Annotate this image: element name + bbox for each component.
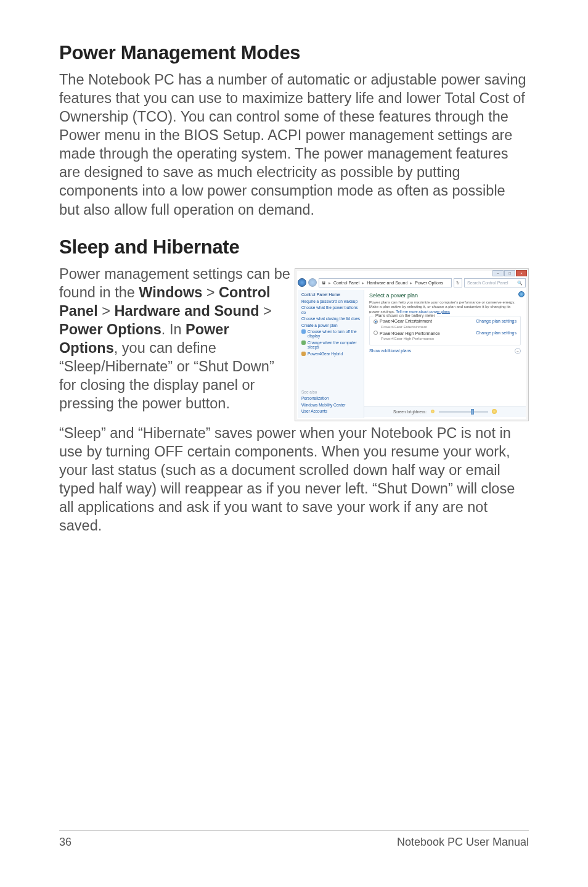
show-additional-plans-link[interactable]: Show additional plans — [369, 349, 411, 353]
paragraph-sleep-hibernate-desc: “Sleep” and “Hibernate” saves power when… — [59, 424, 529, 535]
page-number: 36 — [59, 836, 71, 849]
close-button[interactable]: × — [516, 270, 527, 276]
change-plan-2-link[interactable]: Change plan settings — [476, 331, 517, 335]
breadcrumb-seg-3[interactable]: Power Options — [415, 281, 443, 285]
plan-2-label: Power4Gear High Performance — [380, 331, 440, 336]
search-icon: 🔍 — [517, 279, 523, 287]
breadcrumb[interactable]: 🖥 ▸ Control Panel ▸ Hardware and Sound ▸… — [319, 278, 452, 287]
sidebar-link-turn-off-display[interactable]: Choose when to turn off the display — [308, 329, 361, 339]
sidebar-link-computer-sleeps[interactable]: Change when the computer sleeps — [308, 340, 361, 350]
sidebar-link-power4gear[interactable]: Power4Gear Hybrid — [308, 352, 343, 356]
minimize-button[interactable]: – — [492, 270, 504, 276]
fieldset-legend: Plans shown on the battery meter — [374, 313, 437, 318]
heading-power-management: Power Management Modes — [59, 42, 529, 64]
window-controls: – □ × — [492, 270, 527, 276]
heading-sleep-hibernate: Sleep and Hibernate — [59, 236, 529, 258]
sidebar: Control Panel Home Require a password on… — [298, 290, 364, 418]
paragraph-intro: The Notebook PC has a number of automati… — [59, 70, 529, 219]
brightness-bar: Screen brightness: — [364, 406, 526, 417]
search-placeholder: Search Control Panel — [467, 279, 508, 287]
power-options-screenshot: – □ × 🖥 ▸ Control Panel ▸ Hardware and S… — [295, 268, 529, 421]
plan-2-sub: Power4Gear High Performance — [381, 336, 517, 340]
sidebar-home[interactable]: Control Panel Home — [301, 292, 361, 297]
sidebar-link-mobility-center[interactable]: Windows Mobility Center — [301, 403, 361, 407]
tell-me-more-link[interactable]: Tell me more about power plans — [396, 309, 450, 313]
radio-plan-1[interactable] — [374, 320, 378, 324]
see-also-label: See also — [301, 390, 361, 394]
forward-button[interactable] — [308, 278, 317, 287]
display-icon — [301, 329, 306, 334]
plans-fieldset: Plans shown on the battery meter Power4G… — [369, 316, 521, 345]
maximize-button[interactable]: □ — [504, 270, 515, 276]
brightness-slider-thumb[interactable] — [471, 409, 474, 415]
main-panel: Select a power plan Power plans can help… — [364, 290, 526, 418]
change-plan-1-link[interactable]: Change plan settings — [476, 319, 517, 323]
breadcrumb-seg-2[interactable]: Hardware and Sound — [367, 281, 407, 285]
sidebar-link-power-buttons[interactable]: Choose what the power buttons do — [301, 305, 361, 315]
breadcrumb-seg-1[interactable]: Control Panel — [333, 281, 359, 285]
brightness-label: Screen brightness: — [393, 410, 427, 414]
sleep-icon — [301, 340, 306, 345]
breadcrumb-icon: 🖥 — [322, 281, 326, 285]
sidebar-link-personalization[interactable]: Personalization — [301, 396, 361, 400]
sidebar-link-require-password[interactable]: Require a password on wakeup — [301, 299, 361, 303]
address-bar: 🖥 ▸ Control Panel ▸ Hardware and Sound ▸… — [298, 278, 526, 288]
manual-title: Notebook PC User Manual — [397, 836, 529, 849]
help-icon[interactable] — [518, 291, 525, 297]
search-input[interactable]: Search Control Panel 🔍 — [464, 278, 526, 287]
sidebar-link-closing-lid[interactable]: Choose what closing the lid does — [301, 316, 361, 321]
power4gear-icon — [301, 352, 306, 356]
main-description: Power plans can help you maximize your c… — [369, 300, 521, 313]
brightness-high-icon — [492, 409, 497, 414]
sidebar-link-user-accounts[interactable]: User Accounts — [301, 409, 361, 413]
radio-plan-2[interactable] — [374, 331, 378, 335]
sidebar-link-create-plan[interactable]: Create a power plan — [301, 323, 361, 328]
brightness-low-icon — [431, 410, 435, 413]
refresh-button[interactable]: ↻ — [454, 278, 462, 287]
page-footer: 36 Notebook PC User Manual — [59, 830, 529, 849]
expand-button[interactable]: ⌄ — [515, 348, 521, 354]
back-button[interactable] — [298, 278, 306, 287]
brightness-slider[interactable] — [439, 411, 488, 413]
plan-1-label: Power4Gear Entertainment — [380, 319, 432, 323]
plan-1-sub: Power4Gear Entertainment — [381, 324, 517, 329]
main-title: Select a power plan — [369, 292, 521, 299]
